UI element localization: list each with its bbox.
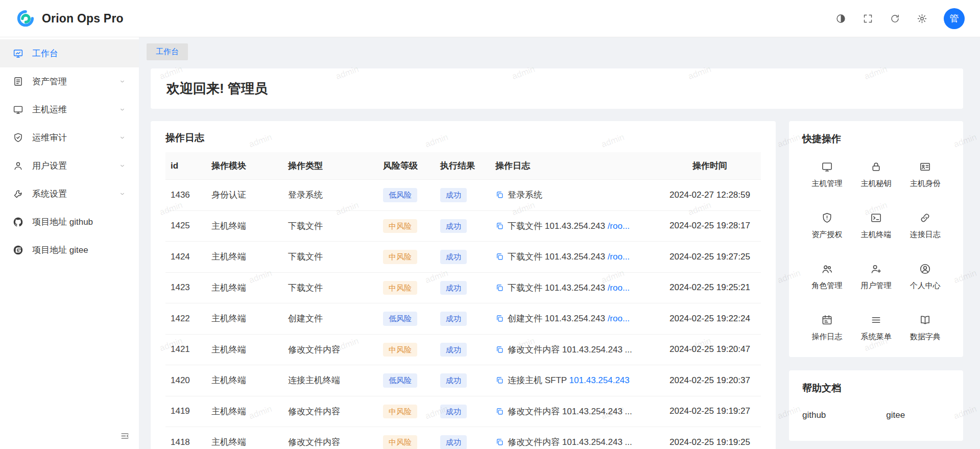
column-header: 风险等级 <box>378 152 435 180</box>
log-link[interactable]: /roo... <box>608 252 630 262</box>
quick-action-terminal[interactable]: 主机终端 <box>851 212 900 240</box>
copy-icon[interactable] <box>495 438 504 446</box>
log-link[interactable]: 101.43.254.243 <box>569 375 630 385</box>
host-icon <box>13 104 23 115</box>
log-link[interactable]: /roo... <box>608 221 630 231</box>
copy-icon[interactable] <box>495 376 504 385</box>
welcome-card: 欢迎回来! 管理员 <box>151 68 963 109</box>
cell-type: 下载文件 <box>283 242 378 273</box>
sidebar: 工作台资产管理主机运维运维审计用户设置系统设置项目地址 github项目地址 g… <box>0 37 139 449</box>
sidebar-menu: 工作台资产管理主机运维运维审计用户设置系统设置项目地址 github项目地址 g… <box>0 39 139 264</box>
copy-icon[interactable] <box>495 345 504 354</box>
quick-action-shield[interactable]: 资产授权 <box>802 212 851 240</box>
log-link[interactable]: /roo... <box>608 283 630 293</box>
tab-workbench[interactable]: 工作台 <box>147 43 188 60</box>
header-actions: 管 <box>835 8 965 29</box>
sidebar-item[interactable]: 工作台 <box>0 39 139 67</box>
help-link-github[interactable]: github <box>802 410 826 420</box>
quick-action-label: 主机管理 <box>811 179 842 188</box>
result-badge: 成功 <box>440 435 467 449</box>
copy-icon[interactable] <box>495 283 504 292</box>
sidebar-item[interactable]: 系统设置 <box>0 180 139 208</box>
risk-badge: 中风险 <box>383 435 417 449</box>
oplog-row: 1424主机终端下载文件中风险成功下载文件 101.43.254.243 /ro… <box>165 242 761 273</box>
cell-id: 1424 <box>165 242 206 273</box>
result-badge: 成功 <box>440 373 467 388</box>
cell-time: 2024-02-25 19:22:24 <box>659 303 761 335</box>
lock-icon <box>870 161 882 173</box>
copy-icon[interactable] <box>495 252 504 261</box>
sidebar-item[interactable]: 用户设置 <box>0 152 139 180</box>
content: 欢迎回来! 管理员 操作日志 id操作模块操作类型风险等级执行结果操作日志操作时… <box>139 63 980 449</box>
quick-action-monitor[interactable]: 主机管理 <box>802 161 851 188</box>
result-badge: 成功 <box>440 250 467 264</box>
quick-action-label: 主机终端 <box>861 230 891 240</box>
result-badge: 成功 <box>440 343 467 357</box>
theme-button[interactable] <box>835 13 846 24</box>
copy-icon[interactable] <box>495 314 504 323</box>
log-text: 修改文件内容 101.43.254.243 ... <box>508 407 632 416</box>
book-icon <box>919 314 931 326</box>
quick-action-label: 主机秘钥 <box>861 179 891 188</box>
operation-log-card: 操作日志 id操作模块操作类型风险等级执行结果操作日志操作时间 1436身份认证… <box>151 121 776 449</box>
copy-icon[interactable] <box>495 222 504 230</box>
sidebar-item-label: 系统设置 <box>32 188 67 200</box>
oplog-row: 1421主机终端修改文件内容中风险成功修改文件内容 101.43.254.243… <box>165 334 761 365</box>
oplog-row: 1423主机终端下载文件中风险成功下载文件 101.43.254.243 /ro… <box>165 272 761 303</box>
quick-action-calendar[interactable]: 操作日志 <box>802 314 851 342</box>
sidebar-item-label: 运维审计 <box>32 132 67 144</box>
risk-badge: 中风险 <box>383 250 417 264</box>
sidebar-item-label: 资产管理 <box>32 76 67 87</box>
help-link-gitee[interactable]: gitee <box>886 410 905 420</box>
quick-action-id-card[interactable]: 主机身份 <box>901 161 950 188</box>
fullscreen-button[interactable] <box>863 13 873 24</box>
menu-fold-icon[interactable] <box>120 431 130 441</box>
sidebar-item[interactable]: 项目地址 gitee <box>0 236 139 264</box>
cell-id: 1436 <box>165 180 206 211</box>
cell-type: 修改文件内容 <box>283 396 378 427</box>
cell-module: 主机终端 <box>206 427 283 449</box>
sidebar-item-label: 项目地址 github <box>32 216 93 228</box>
quick-action-label: 主机身份 <box>910 179 941 188</box>
cell-id: 1425 <box>165 210 206 242</box>
help-card: 帮助文档 githubgitee <box>789 370 963 441</box>
operation-log-table: id操作模块操作类型风险等级执行结果操作日志操作时间 1436身份认证登录系统低… <box>165 152 761 449</box>
cell-module: 主机终端 <box>206 396 283 427</box>
user-avatar[interactable]: 管 <box>944 8 965 29</box>
cell-type: 修改文件内容 <box>283 427 378 449</box>
help-links: githubgitee <box>802 410 950 420</box>
sidebar-item[interactable]: 资产管理 <box>0 67 139 96</box>
copy-icon[interactable] <box>495 191 504 199</box>
brand[interactable]: Orion Ops Pro <box>15 8 124 29</box>
sidebar-item[interactable]: 运维审计 <box>0 124 139 152</box>
copy-icon[interactable] <box>495 407 504 416</box>
quick-action-menu[interactable]: 系统菜单 <box>851 314 900 342</box>
quick-action-team[interactable]: 角色管理 <box>802 263 851 291</box>
quick-action-lock[interactable]: 主机秘钥 <box>851 161 900 188</box>
cell-module: 主机终端 <box>206 242 283 273</box>
result-badge: 成功 <box>440 219 467 233</box>
cell-module: 身份认证 <box>206 180 283 211</box>
quick-action-link[interactable]: 连接日志 <box>901 212 950 240</box>
column-header: 操作时间 <box>659 152 761 180</box>
cell-time: 2024-02-25 19:19:25 <box>659 427 761 449</box>
result-badge: 成功 <box>440 405 467 419</box>
settings-button[interactable] <box>917 13 927 24</box>
cell-time: 2024-02-25 19:20:47 <box>659 334 761 365</box>
brand-name: Orion Ops Pro <box>42 12 124 26</box>
refresh-button[interactable] <box>890 13 900 24</box>
sidebar-item[interactable]: 主机运维 <box>0 96 139 124</box>
chevron-down-icon <box>118 162 126 170</box>
quick-actions-grid: 主机管理主机秘钥主机身份资产授权主机终端连接日志角色管理用户管理个人中心操作日志… <box>802 161 950 342</box>
log-link[interactable]: /roo... <box>608 314 630 323</box>
settings-icon <box>917 13 927 24</box>
cell-id: 1419 <box>165 396 206 427</box>
app-logo-icon <box>15 8 36 29</box>
quick-actions-card: 快捷操作 主机管理主机秘钥主机身份资产授权主机终端连接日志角色管理用户管理个人中… <box>789 121 963 357</box>
quick-action-user-add[interactable]: 用户管理 <box>851 263 900 291</box>
quick-action-book[interactable]: 数据字典 <box>901 314 950 342</box>
sidebar-item[interactable]: 项目地址 github <box>0 208 139 236</box>
chevron-down-icon <box>118 78 126 85</box>
asset-icon <box>13 76 23 87</box>
quick-action-user-circle[interactable]: 个人中心 <box>901 263 950 291</box>
